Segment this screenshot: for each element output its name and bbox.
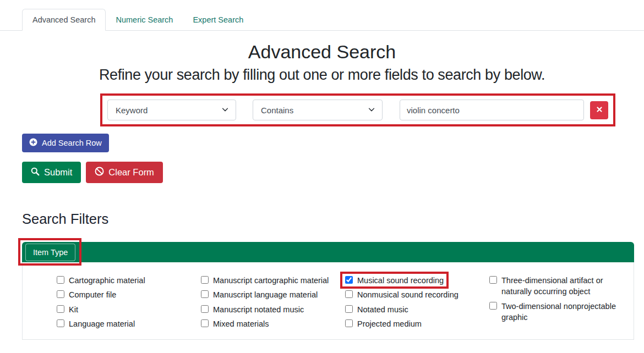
item-type-option-label: Projected medium	[357, 318, 422, 329]
item-type-option-label: Three-dimensional artifact or naturally …	[501, 275, 626, 297]
item-type-checkbox[interactable]	[201, 319, 209, 327]
search-term-input[interactable]	[400, 100, 584, 120]
item-type-checkbox[interactable]	[57, 276, 64, 284]
item-type-option[interactable]: Computer file	[57, 289, 201, 300]
clear-form-label: Clear Form	[108, 167, 154, 178]
item-type-checkbox[interactable]	[57, 290, 64, 298]
search-field-select[interactable]: Keyword	[107, 100, 236, 120]
item-type-option[interactable]: Two-dimensional nonprojectable graphic	[489, 301, 634, 323]
item-type-checkbox[interactable]	[345, 305, 353, 313]
slash-circle-icon	[95, 167, 104, 178]
item-type-option[interactable]: Manuscript notated music	[201, 304, 345, 315]
item-type-checkbox[interactable]	[201, 305, 209, 313]
item-type-option-label: Manuscript notated music	[213, 304, 304, 315]
item-type-checkbox[interactable]	[201, 290, 209, 298]
page-subtitle: Refine your search by filling out one or…	[0, 67, 644, 84]
item-type-option-label: Manuscript cartographic material	[213, 275, 329, 286]
item-type-checkbox[interactable]	[489, 302, 497, 310]
add-search-row-button[interactable]: Add Search Row	[22, 134, 109, 152]
item-type-checkbox[interactable]	[57, 305, 64, 313]
item-type-column-3: Musical sound recording Nonmusical sound…	[345, 275, 489, 339]
item-type-column-4: Three-dimensional artifact or naturally …	[489, 275, 634, 339]
item-type-checkbox[interactable]	[345, 276, 353, 284]
item-type-option-label: Computer file	[69, 289, 116, 300]
submit-label: Submit	[44, 167, 72, 178]
search-tabbar: Advanced Search Numeric Search Expert Se…	[0, 8, 644, 31]
plus-circle-icon	[29, 138, 37, 148]
search-field-selected-value: Keyword	[116, 106, 148, 115]
item-type-column-2: Manuscript cartographic material Manuscr…	[201, 275, 345, 339]
tab-advanced-search[interactable]: Advanced Search	[22, 9, 106, 31]
item-type-option-label: Language material	[69, 318, 135, 329]
search-condition-select[interactable]: Contains	[253, 100, 383, 120]
item-type-option[interactable]: Manuscript cartographic material	[201, 275, 345, 286]
item-type-option[interactable]: Manuscript language material	[201, 289, 345, 300]
item-type-option[interactable]: Language material	[57, 318, 201, 329]
item-type-option-label: Nonmusical sound recording	[357, 289, 459, 300]
item-type-filter-card: Item Type Cartographic material Computer…	[22, 242, 634, 340]
item-type-checkbox[interactable]	[57, 319, 64, 327]
item-type-option-label: Mixed materials	[213, 318, 269, 329]
chevron-down-icon	[368, 106, 375, 115]
clear-form-button[interactable]: Clear Form	[86, 162, 163, 183]
item-type-tab[interactable]: Item Type	[25, 244, 75, 261]
form-action-row: Submit Clear Form	[22, 162, 644, 183]
search-filters-heading: Search Filters	[22, 211, 644, 227]
item-type-option[interactable]: Nonmusical sound recording	[345, 289, 489, 300]
item-type-checkbox[interactable]	[345, 290, 353, 298]
search-icon	[31, 167, 40, 178]
item-type-checkbox[interactable]	[489, 276, 497, 284]
add-search-row-label: Add Search Row	[42, 139, 102, 147]
tab-numeric-search[interactable]: Numeric Search	[106, 9, 183, 30]
item-type-checkbox[interactable]	[201, 276, 209, 284]
item-type-option-label: Notated music	[357, 304, 408, 315]
chevron-down-icon	[221, 106, 229, 115]
item-type-option[interactable]: Three-dimensional artifact or naturally …	[489, 275, 634, 297]
item-type-header-bar: Item Type	[22, 242, 634, 262]
annotation-box-search-row: Keyword Contains	[100, 93, 615, 126]
item-type-options: Cartographic material Computer file Kit …	[22, 262, 634, 340]
item-type-column-1: Cartographic material Computer file Kit …	[57, 275, 201, 339]
item-type-option[interactable]: Notated music	[345, 304, 489, 315]
item-type-option[interactable]: Mixed materials	[201, 318, 345, 329]
item-type-option-label: Kit	[69, 304, 78, 315]
item-type-option[interactable]: Projected medium	[345, 318, 489, 329]
search-condition-selected-value: Contains	[261, 106, 293, 115]
item-type-option-label: Musical sound recording	[357, 275, 444, 286]
tab-expert-search[interactable]: Expert Search	[183, 9, 253, 30]
remove-search-row-button[interactable]	[590, 101, 608, 119]
item-type-option-label: Manuscript language material	[213, 289, 318, 300]
item-type-option[interactable]: Cartographic material	[57, 275, 201, 286]
item-type-option-label: Two-dimensional nonprojectable graphic	[501, 301, 626, 323]
item-type-option-label: Cartographic material	[69, 275, 145, 286]
item-type-option-checked[interactable]: Musical sound recording	[345, 275, 489, 286]
item-type-option[interactable]: Kit	[57, 304, 201, 315]
item-type-checkbox[interactable]	[345, 319, 353, 327]
close-icon	[596, 106, 603, 115]
page-title: Advanced Search	[0, 41, 644, 63]
submit-button[interactable]: Submit	[22, 162, 81, 183]
